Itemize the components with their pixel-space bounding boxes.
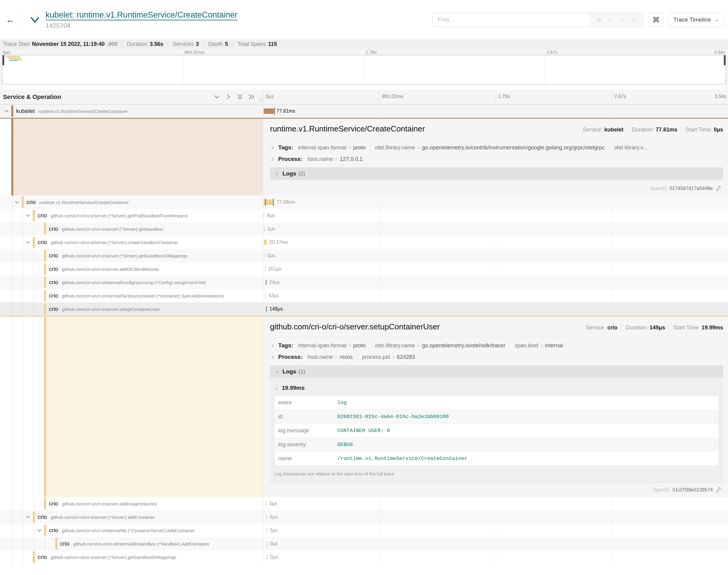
timeline-gridline — [612, 196, 612, 209]
keyboard-shortcuts-button[interactable]: ⌘ — [649, 12, 663, 27]
span-timeline-cell[interactable]: 149μs — [263, 302, 728, 316]
span-row[interactable]: criogithub.com/cri-o/cri-o/internal/conf… — [0, 276, 728, 289]
column-resizer-handle[interactable] — [260, 98, 262, 102]
span-timeline-cell[interactable]: 151μs — [263, 262, 728, 276]
tags-row[interactable]: Tags:internal.span.format=protootel.libr… — [270, 342, 723, 349]
span-name-cell[interactable]: criogithub.com/cri-o/cri-o/server.(*Serv… — [0, 222, 263, 236]
next-match-icon[interactable] — [619, 17, 625, 23]
span-duration-bar[interactable] — [267, 554, 267, 560]
span-name-cell[interactable]: criogithub.com/cri-o/cri-o/server.(*Serv… — [0, 236, 263, 249]
span-name-cell[interactable]: criogithub.com/cri-o/cri-o/server.addIma… — [0, 497, 263, 510]
collapse-children-icon[interactable] — [36, 528, 42, 533]
span-row[interactable]: criogithub.com/cri-o/cri-o/internal/lib.… — [0, 524, 728, 537]
span-duration-bar[interactable] — [267, 541, 267, 546]
span-name-cell[interactable]: criogithub.com/cri-o/cri-o/server.(*Serv… — [0, 249, 263, 262]
span-name-cell[interactable]: criogithub.com/cri-o/cri-o/internal/lib/… — [0, 537, 263, 550]
span-timeline-cell[interactable]: 24μs — [263, 276, 728, 289]
span-timeline-cell[interactable]: 0μs — [263, 537, 728, 550]
find-input[interactable] — [433, 13, 590, 27]
span-timeline-cell[interactable]: 43μs — [263, 289, 728, 302]
span-name-cell[interactable]: criogithub.com/cri-o/cri-o/server.setupC… — [0, 302, 263, 316]
span-duration-bar[interactable] — [266, 528, 267, 533]
span-name-cell[interactable]: kubeletruntime.v1.RuntimeService/CreateC… — [0, 104, 263, 118]
span-row[interactable]: criogithub.com/cri-o/cri-o/internal/fact… — [0, 289, 728, 302]
span-name-cell[interactable]: criogithub.com/cri-o/cri-o/server.addOCI… — [0, 262, 263, 276]
link-icon[interactable] — [716, 185, 721, 191]
minimap-right-scrub-handle[interactable] — [724, 55, 726, 65]
span-timeline-cell[interactable]: 77.61ms — [263, 104, 728, 118]
prev-match-icon[interactable] — [607, 17, 614, 23]
span-duration-bar[interactable] — [265, 266, 265, 272]
expand-one-icon[interactable] — [225, 93, 232, 100]
span-row[interactable]: criogithub.com/cri-o/cri-o/server.(*Serv… — [0, 222, 728, 236]
minimap-canvas[interactable] — [2, 55, 726, 84]
span-name-cell[interactable]: criogithub.com/cri-o/cri-o/internal/lib.… — [0, 524, 263, 537]
clear-search-icon[interactable] — [631, 17, 637, 23]
span-row[interactable]: criogithub.com/cri-o/cri-o/server.setupC… — [0, 302, 728, 316]
span-duration-bar[interactable] — [266, 306, 267, 312]
span-row[interactable]: kubeletruntime.v1.RuntimeService/CreateC… — [0, 104, 728, 118]
span-duration-bar[interactable] — [264, 226, 265, 232]
span-row[interactable]: criogithub.com/cri-o/cri-o/server.(*Serv… — [0, 510, 728, 524]
expand-tags-icon[interactable] — [270, 343, 275, 348]
span-name-cell[interactable]: criogithub.com/cri-o/cri-o/server.(*Serv… — [0, 510, 263, 524]
minimap-left-scrub-handle[interactable] — [2, 55, 4, 65]
span-name-cell[interactable]: criogithub.com/cri-o/cri-o/server.(*Serv… — [0, 550, 263, 564]
collapse-children-icon[interactable] — [25, 213, 31, 218]
trace-title-chevron-icon[interactable] — [29, 15, 41, 25]
span-name-cell[interactable]: criogithub.com/cri-o/cri-o/internal/fact… — [0, 289, 263, 302]
expand-process-icon[interactable] — [270, 354, 275, 360]
span-timeline-cell[interactable]: 0μs — [263, 249, 728, 262]
logs-accordion[interactable]: Logs(1) — [270, 365, 723, 378]
span-row[interactable]: criogithub.com/cri-o/cri-o/server.(*Serv… — [0, 249, 728, 262]
span-timeline-cell[interactable]: 8μs — [263, 209, 728, 222]
expand-tags-icon[interactable] — [270, 145, 275, 150]
span-duration-bar[interactable] — [264, 253, 265, 258]
expand-all-icon[interactable] — [248, 93, 255, 100]
collapse-all-icon[interactable] — [236, 93, 243, 100]
span-duration-bar[interactable] — [266, 514, 267, 520]
span-duration-label: 20.17ms — [269, 240, 288, 245]
span-duration-bar[interactable] — [266, 501, 267, 506]
locate-icon[interactable] — [596, 17, 602, 23]
span-timeline-cell[interactable]: 20.17ms — [263, 236, 728, 249]
collapse-children-icon[interactable] — [25, 514, 31, 520]
span-timeline-cell[interactable]: 6μs — [263, 510, 728, 524]
span-timeline-cell[interactable]: 3μs — [263, 524, 728, 537]
span-duration-bar[interactable] — [266, 280, 266, 285]
span-timeline-cell[interactable]: 0μs — [263, 497, 728, 510]
collapse-children-icon[interactable] — [25, 240, 31, 245]
process-row[interactable]: Process:host.name=127.0.0.1 — [270, 156, 723, 162]
expand-process-icon[interactable] — [270, 157, 275, 162]
span-row[interactable]: criogithub.com/cri-o/cri-o/server.(*Serv… — [0, 209, 728, 222]
span-row[interactable]: criogithub.com/cri-o/cri-o/internal/lib/… — [0, 537, 728, 550]
link-icon[interactable] — [716, 487, 721, 493]
collapse-one-icon[interactable] — [213, 93, 221, 100]
span-name-cell[interactable]: crioruntime.v1.RuntimeService/CreateCont… — [0, 196, 263, 209]
logs-accordion[interactable]: Logs(2) — [270, 167, 723, 180]
collapse-children-icon[interactable] — [4, 108, 9, 114]
span-row[interactable]: criogithub.com/cri-o/cri-o/server.addOCI… — [0, 262, 728, 276]
span-timeline-cell[interactable]: 0μs — [263, 550, 728, 564]
span-duration-bar[interactable] — [264, 240, 267, 245]
span-row[interactable]: criogithub.com/cri-o/cri-o/server.(*Serv… — [0, 236, 728, 249]
back-button[interactable]: ← — [3, 10, 18, 29]
span-name-cell[interactable]: criogithub.com/cri-o/cri-o/internal/conf… — [0, 276, 263, 289]
collapse-children-icon[interactable] — [14, 199, 20, 205]
process-row[interactable]: Process:host.name=nixosprocess.pid=62428… — [270, 354, 723, 360]
span-row[interactable]: criogithub.com/cri-o/cri-o/server.(*Serv… — [0, 550, 728, 564]
span-name-cell[interactable]: criogithub.com/cri-o/cri-o/server.(*Serv… — [0, 209, 263, 222]
span-row[interactable]: crioruntime.v1.RuntimeService/CreateCont… — [0, 196, 728, 209]
span-duration-bar[interactable] — [264, 108, 274, 114]
trace-title-link[interactable]: kubelet: runtime.v1.RuntimeService/Creat… — [45, 10, 237, 20]
tags-row[interactable]: Tags:internal.span.format=protootel.libr… — [270, 144, 723, 151]
span-row[interactable]: criogithub.com/cri-o/cri-o/server.addIma… — [0, 497, 728, 510]
timeline-gridline — [496, 302, 496, 316]
span-timeline-cell[interactable]: 1μs — [263, 222, 728, 236]
log-entry-toggle[interactable]: 19.99ms — [274, 385, 719, 391]
minimap-span-bar — [8, 58, 21, 59]
span-duration-bar[interactable] — [265, 293, 266, 298]
view-type-dropdown[interactable]: Trace Timeline — [668, 12, 724, 27]
span-duration-bar[interactable] — [264, 213, 264, 218]
span-timeline-cell[interactable]: 77.08ms — [263, 196, 728, 209]
